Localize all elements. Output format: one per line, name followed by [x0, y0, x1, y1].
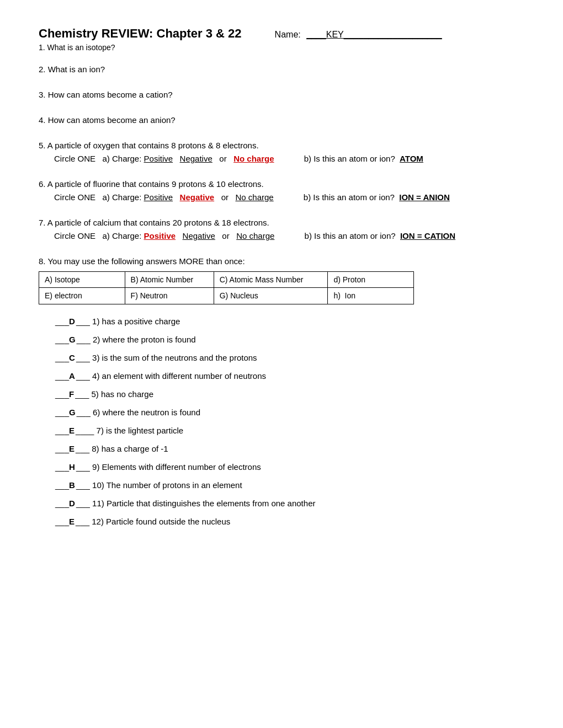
q7-positive: Positive — [144, 231, 176, 240]
q6-number: 6. — [39, 179, 46, 189]
match-text-6: 6) where the neutron is found — [93, 408, 200, 417]
table-row: E) electron F) Neutron G) Nucleus h) Ion — [39, 288, 414, 304]
q5-sub: Circle ONE a) Charge: Positive Negative … — [54, 152, 524, 165]
table-row: A) Isotope B) Atomic Number C) Atomic Ma… — [39, 272, 414, 288]
match-item-9: ___H___ 9) Elements with different numbe… — [55, 462, 524, 472]
q6-negative: Negative — [180, 192, 215, 202]
question-5: 5. A particle of oxygen that contains 8 … — [39, 139, 524, 165]
match-text-7: 7) is the lightest particle — [97, 426, 184, 435]
q6-text: A particle of fluorine that contains 9 p… — [47, 179, 264, 189]
q7-sub: Circle ONE a) Charge: Positive Negative … — [54, 229, 524, 243]
q5-number: 5. — [39, 141, 46, 150]
match-text-4: 4) an element with different number of n… — [92, 371, 266, 381]
q3-number: 3. — [39, 90, 46, 99]
match-answer-9: H — [69, 462, 75, 472]
match-text-10: 10) The number of protons in an element — [92, 480, 242, 490]
table-cell: G) Nucleus — [214, 288, 328, 304]
q7-number: 7. — [39, 218, 46, 227]
match-answer-12: E — [69, 517, 75, 526]
match-text-1: 1) has a positive charge — [92, 317, 180, 326]
q6-nocharge: No charge — [235, 192, 273, 202]
question-7: 7. A particle of calcium that contains 2… — [39, 216, 524, 243]
question-2: 2. What is an ion? — [39, 63, 524, 76]
q7-negative: Negative — [183, 231, 215, 240]
match-answer-11: D — [69, 499, 75, 508]
table-cell: d) Proton — [328, 272, 414, 288]
match-answer-3: C — [69, 353, 75, 362]
match-item-8: ___E___ 8) has a charge of -1 — [55, 444, 524, 453]
q5-text: A particle of oxygen that contains 8 pro… — [47, 141, 259, 150]
question-8: 8. You may use the following answers MOR… — [39, 255, 524, 304]
table-cell: A) Isotope — [39, 272, 125, 288]
match-item-3: ___C___ 3) is the sum of the neutrons an… — [55, 353, 524, 362]
match-item-6: ___G___ 6) where the neutron is found — [55, 408, 524, 417]
q7-answer-b: ION = CATION — [400, 231, 455, 240]
match-answer-2: G — [69, 335, 76, 344]
match-item-10: ___B___ 10) The number of protons in an … — [55, 480, 524, 490]
q2-number: 2. — [39, 65, 46, 74]
name-value: ____KEY____________________ — [306, 30, 442, 40]
match-answer-5: F — [69, 389, 74, 399]
table-cell: F) Neutron — [125, 288, 214, 304]
q6-sub: Circle ONE a) Charge: Positive Negative … — [54, 191, 524, 204]
match-text-3: 3) is the sum of the neutrons and the pr… — [92, 353, 257, 362]
match-text-2: 2) where the proton is found — [93, 335, 196, 344]
page-title: Chemistry REVIEW: Chapter 3 & 22 — [39, 26, 242, 41]
q5-answer-b: ATOM — [400, 154, 423, 163]
match-item-11: ___D___ 11) Particle that distinguishes … — [55, 499, 524, 508]
name-line: Name: ____KEY____________________ — [275, 30, 442, 40]
match-text-5: 5) has no charge — [91, 389, 153, 399]
table-cell: E) electron — [39, 288, 125, 304]
q5-positive: Positive — [144, 154, 173, 163]
q8-intro: 8. You may use the following answers MOR… — [39, 256, 245, 266]
q7-nocharge: No charge — [236, 231, 274, 240]
table-cell: C) Atomic Mass Number — [214, 272, 328, 288]
table-cell: h) Ion — [328, 288, 414, 304]
q2-text: What is an ion? — [48, 65, 105, 74]
match-item-4: ___A___ 4) an element with different num… — [55, 371, 524, 381]
question-3: 3. How can atoms become a cation? — [39, 88, 524, 101]
q5-negative: Negative — [180, 154, 213, 163]
question-4: 4. How can atoms become an anion? — [39, 114, 524, 127]
question-1: 1. What is an isotope? — [39, 43, 524, 52]
q6-positive: Positive — [144, 192, 173, 202]
matching-section: ___D___ 1) has a positive charge ___G___… — [39, 317, 524, 526]
match-answer-6: G — [69, 408, 76, 417]
header-row: Chemistry REVIEW: Chapter 3 & 22 Name: _… — [39, 26, 524, 41]
match-answer-1: D — [69, 317, 75, 326]
match-text-9: 9) Elements with different number of ele… — [92, 462, 261, 472]
match-item-1: ___D___ 1) has a positive charge — [55, 317, 524, 326]
match-item-12: ___E___ 12) Particle found outside the n… — [55, 517, 524, 526]
q4-text: How can atoms become an anion? — [48, 115, 176, 125]
name-label: Name: — [275, 30, 301, 39]
question-6: 6. A particle of fluorine that contains … — [39, 178, 524, 204]
match-item-2: ___G___ 2) where the proton is found — [55, 335, 524, 344]
match-text-11: 11) Particle that distinguishes the elem… — [92, 499, 315, 508]
q3-text: How can atoms become a cation? — [48, 90, 173, 99]
match-item-7: ___E____ 7) is the lightest particle — [55, 426, 524, 435]
match-answer-10: B — [69, 480, 75, 490]
q5-nocharge: No charge — [233, 154, 274, 163]
match-text-12: 12) Particle found outside the nucleus — [92, 517, 230, 526]
match-answer-7: E — [69, 426, 75, 435]
match-text-8: 8) has a charge of -1 — [92, 444, 168, 453]
match-item-5: ___F___ 5) has no charge — [55, 389, 524, 399]
q4-number: 4. — [39, 115, 46, 125]
table-cell: B) Atomic Number — [125, 272, 214, 288]
answer-table: A) Isotope B) Atomic Number C) Atomic Ma… — [39, 271, 414, 304]
q7-text: A particle of calcium that contains 20 p… — [47, 218, 269, 227]
q6-answer-b: ION = ANION — [399, 192, 450, 202]
match-answer-8: E — [69, 444, 75, 453]
match-answer-4: A — [69, 371, 75, 381]
